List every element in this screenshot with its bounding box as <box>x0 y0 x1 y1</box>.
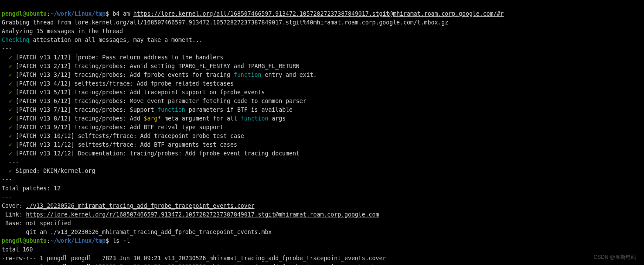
check-icon: ✓ <box>2 133 16 139</box>
patch-line: [PATCH v13 12/12] Documentation: tracing… <box>16 150 300 157</box>
terminal-output: pengdl@ubuntu:~/work/Linux/tmp$ b4 am ht… <box>0 0 644 265</box>
patch-line: [PATCH v13 3/12] tracing/probes: Add fpr… <box>16 72 234 78</box>
output-divider: --- <box>2 176 12 183</box>
keyword-function: function <box>157 107 185 113</box>
gitam-line: git am ./v13_20230526_mhiramat_tracing_a… <box>2 229 272 235</box>
check-icon: ✓ <box>2 54 16 61</box>
signed-line: Signed: DKIM/kernel.org <box>16 168 95 174</box>
patch-line: [PATCH v13 4/12] selftests/ftrace: Add f… <box>16 80 234 87</box>
check-icon: ✓ <box>2 63 16 69</box>
patch-line-tail: args <box>268 115 286 122</box>
ls-total: total 160 <box>2 246 33 253</box>
prompt-dollar: $ <box>106 10 109 17</box>
cover-label: Cover: <box>2 203 26 209</box>
check-icon: ✓ <box>2 115 16 122</box>
ls-row: -rw-rw-r-- 1 pengdl pengdl 7823 Jun 10 0… <box>2 255 386 262</box>
command-1-url[interactable]: https://lore.kernel.org/all/168507466597… <box>133 10 504 17</box>
patch-line: [PATCH v13 1/12] fprobe: Pass return add… <box>16 54 223 61</box>
prompt-path: ~/work/Linux/tmp <box>50 10 106 17</box>
prompt-colon: : <box>47 10 50 17</box>
prompt-1: pengdl@ubuntu:~/work/Linux/tmp$ <box>2 10 109 17</box>
patch-line: [PATCH v13 8/12] tracing/probes: Add <box>16 115 144 122</box>
patch-line: [PATCH v13 11/12] selftests/ftrace: Add … <box>16 141 237 148</box>
patch-line: [PATCH v13 7/12] tracing/probes: Support <box>16 107 158 113</box>
patch-line: [PATCH v13 9/12] tracing/probes: Add BTF… <box>16 124 223 131</box>
patch-line: [PATCH v13 6/12] tracing/probes: Move ev… <box>16 98 307 104</box>
command-1: b4 am <box>109 10 133 17</box>
prompt-user: pengdl <box>2 10 23 17</box>
total-patches: Total patches: 12 <box>2 185 61 192</box>
patch-line-tail: parameters if BTF is available <box>185 107 293 113</box>
check-icon: ✓ <box>2 80 16 87</box>
cover-file[interactable]: ./v13_20230526_mhiramat_tracing_add_fpro… <box>26 203 255 209</box>
check-icon: ✓ <box>2 89 16 96</box>
keyword-function: function <box>234 72 262 78</box>
watermark: CSDN @摩斯电码 <box>593 253 636 262</box>
prompt-colon: : <box>47 237 50 244</box>
check-icon: ✓ <box>2 150 16 157</box>
patch-line: [PATCH v13 5/12] tracing/probes: Add tra… <box>16 89 265 96</box>
check-icon: ✓ <box>2 124 16 131</box>
output-divider: --- <box>2 159 19 165</box>
patch-line: [PATCH v13 2/12] tracing/probes: Avoid s… <box>16 63 300 69</box>
check-icon: ✓ <box>2 168 16 174</box>
output-analyze: Analyzing 15 messages in the thread <box>2 28 123 34</box>
prompt-path: ~/work/Linux/tmp <box>50 237 106 244</box>
base-line: Base: not specified <box>2 220 71 227</box>
check-icon: ✓ <box>2 141 16 148</box>
output-checking-label: Checking <box>2 37 30 43</box>
link-label: Link: <box>2 211 26 218</box>
patch-line-mid: * meta argument for all <box>157 115 241 122</box>
output-grab: Grabbing thread from lore.kernel.org/all… <box>2 19 448 26</box>
keyword-function: function <box>241 115 269 122</box>
prompt-at: @ <box>23 10 26 17</box>
prompt-host: ubuntu <box>26 10 47 17</box>
prompt-2: pengdl@ubuntu:~/work/Linux/tmp$ <box>2 237 109 244</box>
output-checking-rest: attestation on all messages, may take a … <box>30 37 203 43</box>
check-icon: ✓ <box>2 72 16 78</box>
link-url[interactable]: https://lore.kernel.org/r/168507466597.9… <box>26 211 379 218</box>
prompt-dollar: $ <box>106 237 109 244</box>
prompt-user: pengdl <box>2 237 23 244</box>
check-icon: ✓ <box>2 98 16 104</box>
check-icon: ✓ <box>2 107 16 113</box>
patch-line: [PATCH v13 10/12] selftests/ftrace: Add … <box>16 133 244 139</box>
patch-line-tail: entry and exit. <box>262 72 317 78</box>
output-divider: --- <box>2 45 12 52</box>
keyword-arg: $arg <box>144 115 158 122</box>
prompt-at: @ <box>23 237 26 244</box>
output-divider: --- <box>2 194 12 200</box>
command-2: ls -l <box>109 237 130 244</box>
prompt-host: ubuntu <box>26 237 47 244</box>
